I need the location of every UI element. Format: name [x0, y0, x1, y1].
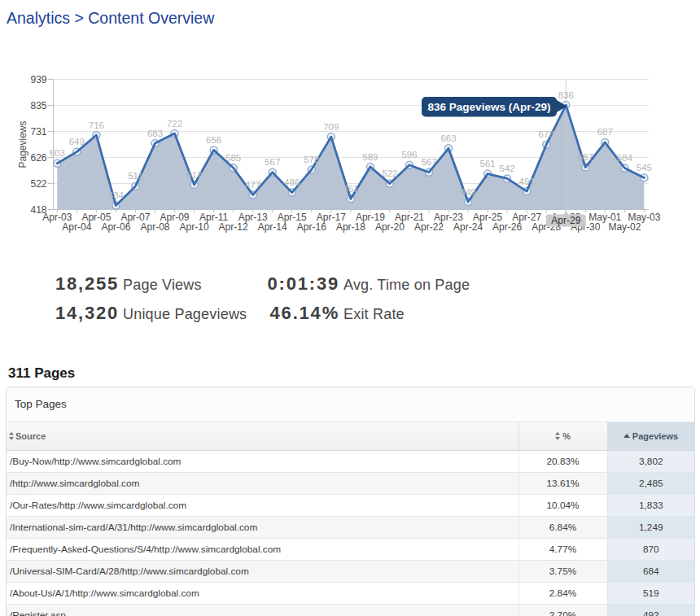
svg-text:663: 663	[440, 133, 456, 143]
svg-text:656: 656	[206, 135, 221, 145]
svg-text:461: 461	[343, 184, 358, 194]
svg-text:449: 449	[461, 187, 476, 197]
svg-text:683: 683	[147, 129, 163, 138]
svg-text:Apr-20: Apr-20	[375, 221, 405, 233]
svg-text:649: 649	[69, 137, 85, 146]
svg-text:589: 589	[362, 152, 378, 162]
svg-text:603: 603	[50, 148, 65, 158]
svg-text:626: 626	[30, 152, 46, 164]
svg-text:May-03: May-03	[628, 212, 660, 223]
svg-text:687: 687	[597, 127, 613, 137]
svg-text:585: 585	[225, 153, 241, 163]
svg-text:578: 578	[304, 155, 319, 164]
svg-text:Apr-26: Apr-26	[492, 221, 522, 233]
svg-text:835: 835	[30, 100, 46, 111]
svg-text:522: 522	[382, 168, 397, 178]
svg-text:Apr-16: Apr-16	[297, 221, 326, 233]
svg-text:731: 731	[30, 126, 46, 138]
svg-text:Apr-29: Apr-29	[551, 215, 580, 226]
svg-text:542: 542	[500, 164, 515, 173]
svg-text:Apr-14: Apr-14	[258, 221, 287, 233]
svg-text:434: 434	[108, 190, 125, 200]
svg-text:587: 587	[578, 152, 593, 162]
svg-text:836 Pageviews (Apr-29): 836 Pageviews (Apr-29)	[428, 101, 551, 113]
svg-text:836: 836	[558, 90, 574, 100]
svg-text:May-02: May-02	[608, 221, 641, 233]
svg-text:678: 678	[539, 129, 554, 139]
svg-text:Apr-18: Apr-18	[336, 221, 365, 233]
svg-text:567: 567	[421, 157, 436, 167]
svg-text:Apr-08: Apr-08	[140, 221, 169, 233]
svg-text:Apr-12: Apr-12	[219, 221, 248, 233]
svg-text:709: 709	[323, 122, 339, 132]
svg-text:477: 477	[245, 180, 260, 190]
svg-text:517: 517	[186, 170, 202, 180]
svg-text:Apr-22: Apr-22	[414, 221, 444, 233]
svg-text:491: 491	[519, 177, 535, 186]
svg-text:596: 596	[401, 150, 417, 159]
svg-text:522: 522	[30, 178, 46, 190]
svg-text:486: 486	[284, 177, 300, 187]
svg-text:Apr-10: Apr-10	[180, 221, 209, 233]
svg-text:545: 545	[637, 163, 652, 173]
svg-text:Pageviews: Pageviews	[17, 120, 28, 168]
svg-text:567: 567	[265, 157, 280, 167]
svg-text:939: 939	[30, 74, 46, 85]
svg-text:584: 584	[617, 153, 633, 163]
svg-text:561: 561	[480, 159, 496, 168]
svg-text:Apr-24: Apr-24	[453, 221, 483, 233]
svg-text:716: 716	[89, 120, 104, 130]
svg-text:Apr-06: Apr-06	[101, 221, 130, 233]
svg-text:Apr-04: Apr-04	[62, 221, 91, 233]
svg-text:511: 511	[128, 171, 142, 181]
svg-text:722: 722	[167, 119, 182, 129]
